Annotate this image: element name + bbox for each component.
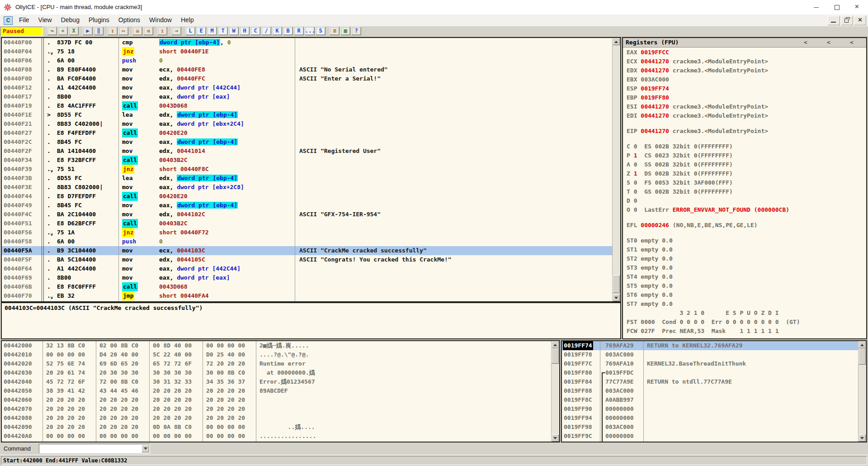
register-row[interactable]: ST7 empty 0.0 (627, 300, 865, 309)
stack-row[interactable]: 0019FF9400000000 (562, 414, 859, 423)
chevron-left-icon[interactable]: < (850, 38, 854, 47)
view-memory-button[interactable]: M (207, 27, 217, 35)
register-row[interactable]: C 0 ES 002B 32bit 0(FFFFFFFF) (627, 142, 865, 151)
disasm-row[interactable]: 00440F27.E8 F4FEFDFFcall00420E20 (2, 128, 613, 138)
chevron-left-icon[interactable]: < (804, 38, 807, 47)
stack-row[interactable]: 0019FF800019FFDC (562, 368, 859, 377)
view-run-trace-button[interactable]: ... (305, 27, 315, 35)
disassembly-pane[interactable]: 00440F00.837D FC 00cmpdword ptr [ebp-4],… (1, 37, 621, 302)
register-row[interactable]: EDI 00441270 crackme3.<ModuleEntryPoint> (627, 111, 865, 120)
disasm-row[interactable]: 00440F34.E8 F32BFCFFcall00403B2C (2, 156, 613, 165)
dump-row[interactable]: 0044202052 75 6E 7469 6D 65 2065 72 72 6… (2, 359, 552, 368)
disasm-row[interactable]: 00440F4C.BA 2C104400movedx, 0044102CASCI… (2, 210, 613, 219)
dump-row[interactable]: 0044201000 00 00 00D4 20 40 005C 22 40 0… (2, 350, 552, 359)
menu-item-view[interactable]: View (34, 14, 57, 26)
dump-row[interactable]: 0044207020 20 20 2020 20 20 2020 20 20 2… (2, 404, 552, 414)
register-row[interactable]: ST0 empty 0.0 (627, 236, 865, 245)
register-row[interactable]: O 0 LastErr ERROR_ENVVAR_NOT_FOUND (0000… (627, 205, 865, 214)
view-breakpoints-button[interactable]: B (283, 27, 293, 35)
disasm-row[interactable]: 00440F08.B9 E80F4400movecx, 00440FE8ASCI… (2, 65, 613, 74)
register-row[interactable]: D 0 (627, 196, 865, 205)
minimize-button[interactable] (806, 0, 826, 14)
step-into-button[interactable]: ↧ (108, 27, 118, 35)
disasm-row[interactable]: 00440F56.v75 1Ajnzshort 00440F72 (2, 228, 613, 237)
view-executables-button[interactable]: E (196, 27, 206, 35)
animate-into-button[interactable]: ⇊ (132, 27, 142, 35)
disasm-row[interactable]: 00440F12.A1 442C4400moveax, dword ptr [4… (2, 83, 613, 92)
register-row[interactable]: ECX 00441270 crackme3.<ModuleEntryPoint> (627, 57, 865, 66)
register-row[interactable]: EAX 0019FFCC (627, 48, 865, 57)
menu-item-plugins[interactable]: Plugins (84, 14, 114, 26)
disasm-row[interactable]: 00440F00.837D FC 00cmpdword ptr [ebp-4],… (2, 38, 613, 47)
menu-item-help[interactable]: Help (176, 14, 198, 26)
disasm-row[interactable]: 00440F6B.E8 F8C0FFFFcall0043D068 (2, 282, 613, 291)
dump-row[interactable]: 0044208020 20 20 2020 20 20 2020 20 20 2… (2, 414, 552, 423)
register-row[interactable]: A 0 SS 002B 32bit 0(FFFFFFFF) (627, 160, 865, 169)
disasm-row[interactable]: 00440F19.E8 4AC1FFFFcall0043D068 (2, 101, 613, 110)
maximize-button[interactable] (826, 0, 847, 14)
register-row[interactable]: S 0 FS 0053 32bit 3AF000(FFF) (627, 178, 865, 187)
menu-item-options[interactable]: Options (114, 14, 145, 26)
disasm-row[interactable]: 00440F58.6A 00push0 (2, 237, 613, 246)
register-row[interactable]: P 1 CS 0023 32bit 0(FFFFFFFF) (627, 151, 865, 160)
stack-row[interactable]: 0019FF9C00000000 (562, 432, 859, 441)
command-input[interactable] (39, 444, 150, 453)
disasm-row[interactable]: 00440F17.8B00moveax, dword ptr [eax] (2, 92, 613, 101)
disasm-row[interactable]: 00440F64.A1 442C4400moveax, dword ptr [4… (2, 264, 613, 273)
register-row[interactable]: EIP 00441270 crackme3.<ModuleEntryPoint> (627, 127, 865, 136)
register-row[interactable]: EDX 00441270 crackme3.<ModuleEntryPoint> (627, 66, 865, 75)
disasm-row[interactable]: 00440F5F.BA 5C104400movedx, 0044105CASCI… (2, 255, 613, 264)
disasm-row[interactable]: 00440F39.v75 51jnzshort 00440F8C (2, 165, 613, 174)
disasm-row[interactable]: 00440F0D.BA FC0F4400movedx, 00440FFCASCI… (2, 74, 613, 83)
child-close-button[interactable]: ✕ (854, 16, 866, 25)
menu-item-debug[interactable]: Debug (57, 14, 84, 26)
dump-scrollbar[interactable] (551, 341, 559, 442)
disassembly-scrollbar[interactable] (612, 38, 620, 301)
appearance-button[interactable]: ▦ (340, 27, 350, 35)
register-row[interactable]: ST5 empty 0.0 (627, 281, 865, 290)
pause-button[interactable]: ‖ (94, 27, 104, 35)
cpu-window-icon[interactable]: C (4, 16, 13, 25)
view-cpu-button[interactable]: C (250, 27, 260, 35)
disasm-row[interactable]: 00440F1E>8D55 FCleaedx, dword ptr [ebp-4… (2, 110, 613, 119)
stack-row[interactable]: 0019FF7C769AFA10KERNEL32.BaseThreadInitT… (562, 359, 859, 368)
view-source-button[interactable]: S (316, 27, 326, 35)
register-row[interactable]: ST1 empty 0.0 (627, 245, 865, 254)
step-over-button[interactable]: ↦ (118, 27, 128, 35)
view-references-button[interactable]: R (294, 27, 304, 35)
stack-row[interactable]: 0019FF8CA0ABB997 (562, 395, 859, 404)
stack-row[interactable]: 0019FF88003AC000 (562, 386, 859, 395)
register-row[interactable]: ESP 0019FF74 (627, 84, 865, 93)
dump-row[interactable]: 0044200032 13 8B C002 00 8B C000 8D 40 0… (2, 341, 552, 350)
view-handles-button[interactable]: H (240, 27, 250, 35)
open-file-button[interactable]: ↪ (47, 27, 57, 35)
stack-row[interactable]: 0019FF9000000000 (562, 404, 859, 414)
menu-item-window[interactable]: Window (145, 14, 176, 26)
dump-row[interactable]: 0044204045 72 72 6F72 00 8B C030 31 32 3… (2, 377, 552, 386)
dump-row[interactable]: 0044205038 39 41 4243 44 45 4620 20 20 2… (2, 386, 552, 395)
view-windows-button[interactable]: W (229, 27, 239, 35)
hex-dump-pane[interactable]: 0044200032 13 8B C002 00 8B C000 8D 40 0… (1, 340, 560, 442)
view-log-button[interactable]: L (185, 27, 195, 35)
dump-row[interactable]: 0044206020 20 20 2020 20 20 2020 20 20 2… (2, 395, 552, 404)
close-button[interactable]: ✕ (847, 0, 868, 14)
disasm-row[interactable]: 00440F51.E8 D62BFCFFcall00403B2C (2, 219, 613, 228)
view-threads-button[interactable]: T (218, 27, 228, 35)
view-call-stack-button[interactable]: K (272, 27, 282, 35)
stack-pane[interactable]: 0019FF74769AFA29RETURN to KERNEL32.769AF… (561, 340, 867, 442)
dump-row[interactable]: 0044203020 20 61 7420 30 30 3030 30 30 3… (2, 368, 552, 377)
disasm-row[interactable]: 00440F49.8B45 FCmoveax, dword ptr [ebp-4… (2, 201, 613, 210)
register-row[interactable]: T 0 GS 002B 32bit 0(FFFFFFFF) (627, 187, 865, 196)
disasm-row[interactable]: 00440F06.6A 00push0 (2, 56, 613, 65)
view-patches-button[interactable]: / (261, 27, 271, 35)
stack-row[interactable]: 0019FF8477C77A9ERETURN to ntdll.77C77A9E (562, 377, 859, 386)
stack-scrollbar[interactable] (858, 341, 866, 442)
disasm-row[interactable]: 00440F69.8B00moveax, dword ptr [eax] (2, 273, 613, 282)
stack-row[interactable]: 0019FF74769AFA29RETURN to KERNEL32.769AF… (562, 341, 859, 350)
register-row[interactable]: ST4 empty 0.0 (627, 272, 865, 281)
register-row[interactable]: ST3 empty 0.0 (627, 263, 865, 272)
dump-row[interactable]: 0044209020 20 20 2020 20 20 200D 0A 8B C… (2, 423, 552, 432)
help-button[interactable]: ? (351, 27, 361, 35)
register-row[interactable]: EBP 0019FF80 (627, 93, 865, 102)
execute-till-return-button[interactable]: ↥ (157, 27, 167, 35)
